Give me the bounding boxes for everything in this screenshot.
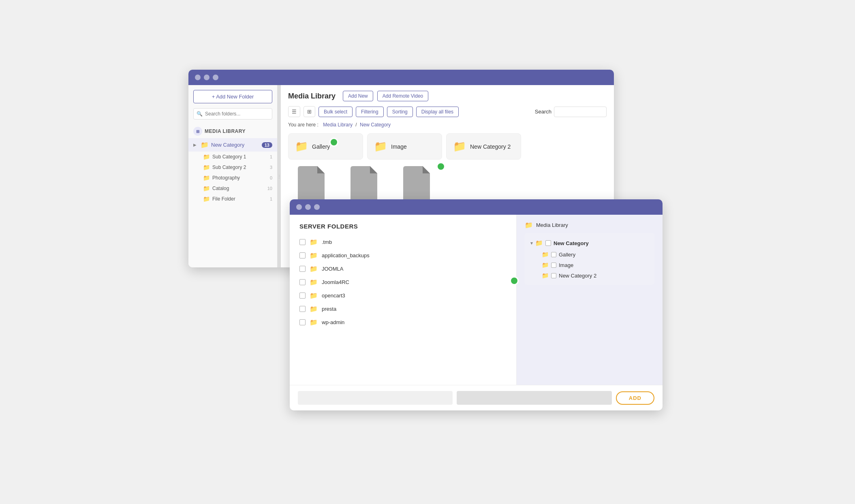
media-library-label: ⊞ MEDIA LIBRARY [188,124,277,138]
cat-tree: ▾ 📁 New Category 📁 Gallery 📁 Image [525,233,654,285]
server-item-opencart[interactable]: 📁 opencart3 [299,289,507,302]
folder-card-new-category-2[interactable]: 📁 New Category 2 [446,133,521,160]
server-item-backups[interactable]: 📁 application_backups [299,249,507,262]
folders-grid: 📁 Gallery 📁 Image 📁 New Category 2 [288,133,607,160]
server-item-name: presta [322,306,336,312]
bulk-select-button[interactable]: Bulk select [318,107,353,117]
server-folder-icon: 📁 [310,292,318,299]
cat-child-gallery[interactable]: 📁 Gallery [530,249,649,260]
toolbar-search-wrap: Search [535,107,607,117]
server-item-checkbox[interactable] [299,293,306,299]
server-green-indicator [510,276,519,285]
server-item-presta[interactable]: 📁 presta [299,302,507,316]
server-folder-icon: 📁 [310,305,318,313]
breadcrumb-root[interactable]: Media Library [323,122,353,128]
toolbar-search-input[interactable] [554,107,607,117]
green-indicator [436,162,445,171]
sub-item-0[interactable]: 📁 Sub Category 1 1 [203,152,277,162]
server-panel: SERVER FOLDERS 📁 .tmb 📁 application_back… [290,215,517,385]
server-item-checkbox[interactable] [299,279,306,285]
folder-card-icon: 📁 [374,140,387,153]
sub-item-count: 0 [270,175,272,180]
folder-icon: 📁 [201,141,209,149]
sub-item-name: File Folder [212,196,270,202]
window-1-titlebar [188,70,614,85]
display-all-button[interactable]: Display all files [416,107,459,117]
server-folder-icon: 📁 [310,278,318,286]
dot-3 [213,75,218,80]
cat-child-checkbox[interactable] [551,252,556,257]
server-item-checkbox[interactable] [299,252,306,258]
breadcrumb-current[interactable]: New Category [360,122,391,128]
add-new-folder-button[interactable]: + Add New Folder [193,90,272,103]
folder-card-gallery[interactable]: 📁 Gallery [288,133,363,160]
cat-child-new-category-2[interactable]: 📁 New Category 2 [530,270,649,281]
dot-1 [195,75,201,80]
sub-item-count: 10 [267,186,272,191]
sidebar: + Add New Folder 🔍 ⊞ MEDIA LIBRARY ▶ 📁 N… [188,85,278,267]
sub-items-container: 📁 Sub Category 1 1 📁 Sub Category 2 3 📁 … [188,152,277,204]
folder-card-name: New Category 2 [470,143,511,150]
server-item-name: .tmb [322,239,332,245]
sub-item-1[interactable]: 📁 Sub Category 2 3 [203,162,277,173]
media-library-icon: ⊞ [193,127,202,136]
sub-item-photography[interactable]: 📁 Photography 0 [203,173,277,183]
sub-folder-icon: 📁 [203,175,210,181]
server-item-name: application_backups [322,252,370,258]
topbar: Media Library Add New Add Remote Video [288,91,607,101]
cat-node-label: New Category [554,240,589,246]
server-item-joomla4rc[interactable]: 📁 Joomla4RC [299,275,507,289]
server-item-wpadmin[interactable]: 📁 wp-admin [299,316,507,329]
cat-folder-icon: 📁 [525,221,533,229]
cat-child-icon: 📁 [542,262,549,268]
cat-node-new-category[interactable]: ▾ 📁 New Category [530,237,649,249]
server-item-tmb[interactable]: 📁 .tmb [299,235,507,249]
folder-card-icon: 📁 [295,140,308,153]
server-folder-icon: 📁 [310,265,318,273]
cat-child-checkbox[interactable] [551,263,556,268]
cat-node-checkbox[interactable] [545,240,551,246]
folder-card-icon: 📁 [453,140,466,153]
grid-view-button[interactable]: ⊞ [304,106,315,117]
toolbar: ☰ ⊞ Bulk select Filtering Sorting Displa… [288,106,607,117]
sub-item-catalog[interactable]: 📁 Catalog 10 [203,183,277,194]
sub-item-name: Sub Category 2 [212,164,270,170]
sorting-button[interactable]: Sorting [387,107,413,117]
cat-child-image[interactable]: 📁 Image [530,260,649,270]
server-item-checkbox[interactable] [299,266,306,272]
sub-item-count: 3 [270,165,272,170]
add-remote-video-button[interactable]: Add Remote Video [377,91,429,101]
tree-item-new-category[interactable]: ▶ 📁 New Category 13 [188,138,277,152]
server-item-checkbox[interactable] [299,319,306,325]
dot-1 [296,204,302,210]
server-item-checkbox[interactable] [299,239,306,245]
cat-child-label: Image [559,262,573,268]
server-folder-icon: 📁 [310,238,318,246]
cat-child-checkbox[interactable] [551,273,556,278]
expand-arrow: ▶ [193,143,199,147]
footer-input-2[interactable] [457,391,611,405]
file-icon-2 [402,166,434,203]
dot-2 [204,75,209,80]
add-new-button[interactable]: Add New [343,91,373,101]
server-item-joomla[interactable]: 📁 JOOMLA [299,262,507,275]
list-view-button[interactable]: ☰ [288,106,300,117]
sub-item-filefolder[interactable]: 📁 File Folder 1 [203,194,277,204]
cat-folder-icon: 📁 [535,239,543,247]
sub-folder-icon: 📁 [203,185,210,192]
folder-card-image[interactable]: 📁 Image [367,133,442,160]
sub-item-count: 1 [270,154,272,159]
sub-item-count: 1 [270,196,272,201]
footer-input-1[interactable] [298,391,453,405]
add-button[interactable]: ADD [616,391,654,405]
category-panel: 📁 Media Library ▾ 📁 New Category 📁 Galle… [517,215,663,385]
search-input[interactable] [193,108,272,120]
filtering-button[interactable]: Filtering [356,107,384,117]
resize-handle[interactable]: ⋮ [278,85,281,267]
search-icon: 🔍 [197,111,203,117]
dot-3 [314,204,320,210]
breadcrumb-prefix: You are here : [288,122,318,128]
server-item-checkbox[interactable] [299,306,306,312]
breadcrumb: You are here : Media Library / New Categ… [288,122,607,128]
cat-child-icon: 📁 [542,251,549,258]
